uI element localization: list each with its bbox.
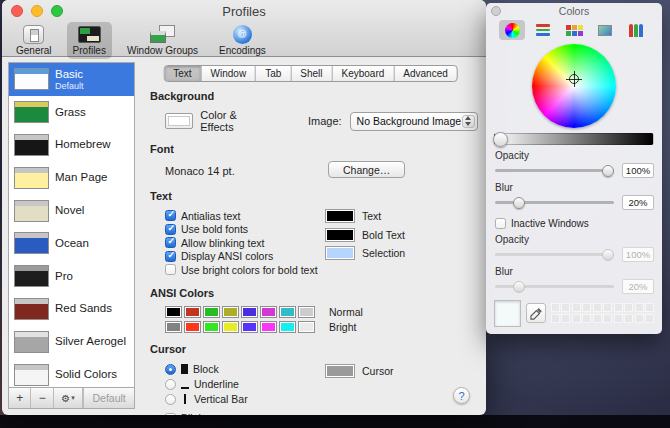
favorite-color-cell[interactable] <box>635 303 644 312</box>
profile-item-basic[interactable]: BasicDefault <box>9 63 134 96</box>
profile-item-novel[interactable]: Novel <box>9 194 134 227</box>
favorite-color-cell[interactable] <box>603 314 612 323</box>
image-palettes-tab[interactable] <box>592 20 618 40</box>
profile-actions-menu-button[interactable]: ⚙▾ <box>54 388 83 408</box>
checkbox-row[interactable]: Antialias text <box>165 209 478 223</box>
tab-advanced[interactable]: Advanced <box>394 66 456 81</box>
favorite-color-cell[interactable] <box>582 303 591 312</box>
tab-tab[interactable]: Tab <box>256 66 291 81</box>
favorite-color-cell[interactable] <box>561 303 570 312</box>
checkbox[interactable] <box>165 413 176 415</box>
bold-text-color-well[interactable] <box>325 228 355 242</box>
favorite-color-cell[interactable] <box>572 303 581 312</box>
favorite-color-cell[interactable] <box>614 314 623 323</box>
favorite-color-cell[interactable] <box>614 303 623 312</box>
favorite-color-cell[interactable] <box>593 314 602 323</box>
favorite-color-cell[interactable] <box>624 303 633 312</box>
zoom-button[interactable] <box>51 5 63 17</box>
color-wheel-selector[interactable] <box>569 74 579 84</box>
slider-knob[interactable] <box>602 165 614 177</box>
checkbox-row[interactable]: Display ANSI colors <box>165 250 478 264</box>
minimize-button[interactable] <box>31 5 43 17</box>
profile-item-silver-aerogel[interactable]: Silver Aerogel <box>9 325 134 358</box>
profile-item-grass[interactable]: Grass <box>9 96 134 129</box>
ansi-color-well[interactable] <box>184 306 201 318</box>
checkbox[interactable] <box>165 224 176 235</box>
radio-button[interactable] <box>165 394 176 405</box>
help-button[interactable]: ? <box>453 387 470 404</box>
checkbox-row[interactable]: Use bright colors for bold text <box>165 263 478 277</box>
checkbox-row[interactable]: Use bold fonts <box>165 223 478 237</box>
ansi-color-well[interactable] <box>203 321 220 333</box>
ansi-color-well[interactable] <box>184 321 201 333</box>
checkbox[interactable] <box>165 251 176 262</box>
inactive-blur-slider[interactable] <box>495 285 614 288</box>
tab-text[interactable]: Text <box>164 66 201 81</box>
favorite-color-cell[interactable] <box>572 314 581 323</box>
current-color-swatch[interactable] <box>494 300 521 327</box>
profile-item-homebrew[interactable]: Homebrew <box>9 129 134 162</box>
ansi-color-well[interactable] <box>260 321 277 333</box>
checkbox[interactable] <box>495 218 506 229</box>
change-font-button[interactable]: Change… <box>328 161 405 178</box>
selection-color-well[interactable] <box>325 246 355 260</box>
tab-window[interactable]: Window <box>202 66 257 81</box>
ansi-color-well[interactable] <box>222 321 239 333</box>
radio-row-underline[interactable]: Underline <box>165 377 478 392</box>
favorite-color-cell[interactable] <box>561 314 570 323</box>
toolbar-item-profiles[interactable]: Profiles <box>67 22 112 59</box>
profile-item-pro[interactable]: Pro <box>9 260 134 293</box>
color-effects-well[interactable] <box>165 113 193 129</box>
color-palettes-tab[interactable] <box>561 20 587 40</box>
colors-close-button[interactable] <box>491 6 501 16</box>
checkbox[interactable] <box>165 264 176 275</box>
slider-knob[interactable] <box>602 249 614 261</box>
ansi-color-well[interactable] <box>298 306 315 318</box>
profile-item-ocean[interactable]: Ocean <box>9 227 134 260</box>
ansi-color-well[interactable] <box>203 306 220 318</box>
radio-button[interactable] <box>165 379 176 390</box>
colors-titlebar[interactable]: Colors <box>486 3 662 19</box>
favorite-color-cell[interactable] <box>635 314 644 323</box>
color-wheel[interactable] <box>532 44 616 128</box>
favorite-color-cell[interactable] <box>624 314 633 323</box>
slider-knob[interactable] <box>513 197 525 209</box>
ansi-color-well[interactable] <box>165 321 182 333</box>
window-titlebar[interactable]: Profiles <box>2 0 486 22</box>
ansi-color-well[interactable] <box>279 306 296 318</box>
ansi-color-well[interactable] <box>260 306 277 318</box>
tab-shell[interactable]: Shell <box>291 66 332 81</box>
default-button[interactable]: Default <box>83 388 134 408</box>
color-wheel-tab[interactable] <box>499 20 525 40</box>
favorite-color-cell[interactable] <box>603 303 612 312</box>
profile-item-solid-colors[interactable]: Solid Colors <box>9 358 134 387</box>
brightness-slider[interactable] <box>494 133 654 145</box>
eyedropper-button[interactable] <box>526 303 546 323</box>
radio-button[interactable] <box>165 364 176 375</box>
checkbox[interactable] <box>165 210 176 221</box>
ansi-color-well[interactable] <box>241 321 258 333</box>
remove-profile-button[interactable]: − <box>31 388 53 408</box>
favorite-color-cell[interactable] <box>551 303 560 312</box>
inactive-windows-row[interactable]: Inactive Windows <box>495 218 662 229</box>
favorite-color-cell[interactable] <box>645 314 654 323</box>
favorite-color-cell[interactable] <box>645 303 654 312</box>
favorite-color-cell[interactable] <box>551 314 560 323</box>
profile-item-red-sands[interactable]: Red Sands <box>9 293 134 326</box>
text-color-well[interactable] <box>325 209 355 223</box>
ansi-color-well[interactable] <box>298 321 315 333</box>
ansi-color-well[interactable] <box>241 306 258 318</box>
color-favorites-grid[interactable] <box>551 303 654 323</box>
blur-slider[interactable] <box>495 201 614 204</box>
inactive-opacity-slider[interactable] <box>495 253 614 256</box>
blink-cursor-row[interactable]: Blink cursor <box>165 412 478 416</box>
favorite-color-cell[interactable] <box>582 314 591 323</box>
pencils-tab[interactable] <box>623 20 649 40</box>
radio-row-block[interactable]: Block <box>165 362 478 377</box>
background-image-dropdown[interactable]: No Background Image <box>350 112 478 131</box>
favorite-color-cell[interactable] <box>593 303 602 312</box>
cursor-color-well[interactable] <box>325 364 355 378</box>
opacity-slider[interactable] <box>495 169 614 172</box>
close-button[interactable] <box>11 5 23 17</box>
checkbox-row[interactable]: Allow blinking text <box>165 236 478 250</box>
